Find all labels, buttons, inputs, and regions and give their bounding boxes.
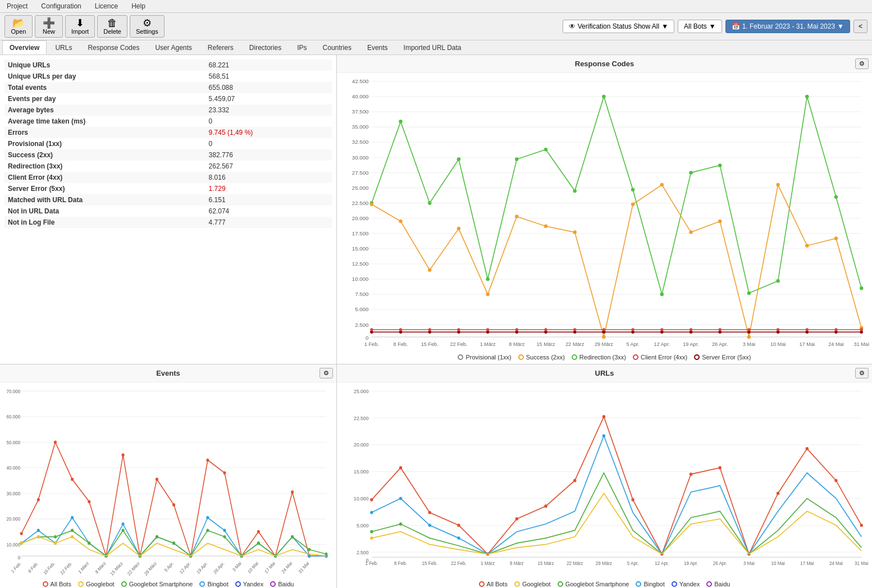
- tab-events[interactable]: Events: [360, 40, 395, 54]
- stats-label: Client Error (4xx): [4, 172, 198, 183]
- svg-point-98: [602, 328, 605, 331]
- svg-text:22 März: 22 März: [126, 560, 140, 577]
- new-button[interactable]: ➕ New: [35, 15, 63, 38]
- svg-point-259: [602, 434, 605, 437]
- svg-point-148: [122, 453, 125, 457]
- svg-point-167: [122, 522, 125, 526]
- events-chart-area: 70.000 60.000 50.000 40.000 30.000 20.00…: [0, 382, 336, 578]
- stats-row: Not in Log File4.777: [4, 217, 332, 228]
- verification-button[interactable]: 👁 Verification Status Show All ▼: [563, 20, 674, 33]
- svg-text:0: 0: [366, 335, 369, 341]
- svg-text:8 März: 8 März: [94, 560, 107, 575]
- svg-point-201: [54, 541, 57, 545]
- date-label: 1. Februar 2023 - 31. Mai 2023: [742, 22, 835, 30]
- stats-value: 568,51: [198, 71, 332, 82]
- stats-row: Client Error (4xx)8.016: [4, 172, 332, 183]
- settings-button[interactable]: ⚙ Settings: [130, 15, 165, 38]
- svg-text:29 März: 29 März: [144, 560, 158, 577]
- svg-point-154: [223, 471, 226, 475]
- legend-redirection: Redirection (3xx): [572, 354, 626, 361]
- events-settings-button[interactable]: ⚙: [319, 368, 333, 379]
- tab-urls[interactable]: URLs: [48, 40, 79, 54]
- stats-row: Success (2xx)382.776: [4, 149, 332, 161]
- svg-point-104: [777, 328, 779, 331]
- stats-value: 655.088: [198, 82, 332, 93]
- response-codes-settings[interactable]: ⚙: [855, 58, 869, 69]
- svg-point-196: [291, 535, 294, 539]
- svg-point-41: [515, 157, 518, 161]
- calendar-icon: 📅: [732, 22, 740, 30]
- svg-text:1 März: 1 März: [481, 560, 495, 566]
- tab-response-codes[interactable]: Response Codes: [80, 40, 147, 54]
- menu-help[interactable]: Help: [129, 1, 148, 11]
- provisional-label: Provisional (1xx): [465, 354, 511, 361]
- svg-point-66: [718, 220, 722, 224]
- menu-project[interactable]: Project: [4, 1, 30, 11]
- svg-point-64: [660, 183, 664, 187]
- svg-text:1 Feb.: 1 Feb.: [10, 560, 22, 574]
- tab-overview[interactable]: Overview: [2, 40, 47, 54]
- svg-text:40.000: 40.000: [352, 93, 369, 99]
- stats-value: 23.332: [198, 104, 332, 116]
- delete-button[interactable]: 🗑 Delete: [97, 15, 127, 38]
- svg-point-146: [88, 500, 90, 503]
- svg-point-251: [777, 491, 779, 495]
- server-error-label: Server Error (5xx): [702, 354, 751, 361]
- svg-point-189: [172, 541, 175, 545]
- menu-licence[interactable]: Licence: [93, 1, 120, 11]
- tab-imported-url-data[interactable]: Imported URL Data: [396, 40, 469, 54]
- date-range-button[interactable]: 📅 1. Februar 2023 - 31. Mai 2023 ▼: [725, 20, 850, 33]
- svg-point-237: [370, 498, 373, 502]
- svg-point-255: [370, 510, 373, 514]
- tab-countries[interactable]: Countries: [316, 40, 359, 54]
- svg-point-91: [399, 328, 402, 331]
- import-button[interactable]: ⬇ Import: [65, 15, 95, 38]
- open-button[interactable]: 📂 Open: [4, 15, 33, 38]
- svg-text:60.000: 60.000: [7, 413, 21, 420]
- tab-user-agents[interactable]: User Agents: [148, 40, 199, 54]
- svg-text:70.000: 70.000: [7, 388, 21, 394]
- delete-icon: 🗑: [107, 18, 117, 28]
- tab-referers[interactable]: Referers: [200, 40, 241, 54]
- tab-directories[interactable]: Directories: [242, 40, 289, 54]
- svg-text:1 März: 1 März: [77, 560, 90, 575]
- svg-point-145: [71, 477, 74, 481]
- events-chart: 70.000 60.000 50.000 40.000 30.000 20.00…: [4, 385, 332, 576]
- new-label: New: [43, 28, 55, 35]
- tab-ips[interactable]: IPs: [290, 40, 314, 54]
- svg-text:1 Feb.: 1 Feb.: [365, 560, 378, 566]
- open-label: Open: [11, 28, 26, 35]
- svg-text:5.000: 5.000: [357, 522, 369, 528]
- bots-dropdown[interactable]: All Bots ▼: [678, 20, 722, 33]
- svg-point-70: [834, 236, 838, 240]
- svg-point-178: [308, 554, 311, 558]
- menu-configuration[interactable]: Configuration: [39, 1, 83, 11]
- redirection-dot: [572, 354, 577, 360]
- svg-point-107: [860, 328, 863, 331]
- events-title: Events: [0, 364, 336, 382]
- svg-point-56: [428, 268, 431, 272]
- svg-point-60: [544, 224, 547, 228]
- nav-back-button[interactable]: <: [853, 20, 868, 33]
- svg-point-261: [399, 522, 402, 526]
- svg-text:26 Apr.: 26 Apr.: [713, 560, 727, 566]
- svg-point-92: [428, 328, 431, 331]
- svg-point-184: [88, 541, 90, 545]
- svg-text:5 Apr.: 5 Apr.: [163, 560, 175, 573]
- svg-text:27.500: 27.500: [352, 170, 369, 176]
- client-error-label: Client Error (4xx): [641, 354, 687, 361]
- stats-label: Redirection (3xx): [4, 161, 198, 172]
- svg-point-192: [223, 535, 226, 539]
- svg-point-45: [631, 188, 634, 192]
- svg-text:40.000: 40.000: [7, 464, 21, 471]
- svg-text:30.000: 30.000: [352, 154, 369, 161]
- svg-point-257: [428, 523, 431, 527]
- stats-value: 0: [198, 138, 332, 149]
- svg-text:0: 0: [18, 554, 21, 560]
- urls-settings-button[interactable]: ⚙: [855, 368, 869, 379]
- svg-text:22 Feb.: 22 Feb.: [451, 560, 466, 566]
- svg-point-95: [515, 328, 518, 331]
- svg-point-63: [631, 202, 634, 206]
- svg-point-246: [631, 498, 634, 502]
- urls-panel: URLs ⚙ 25.000 22.500: [337, 364, 872, 588]
